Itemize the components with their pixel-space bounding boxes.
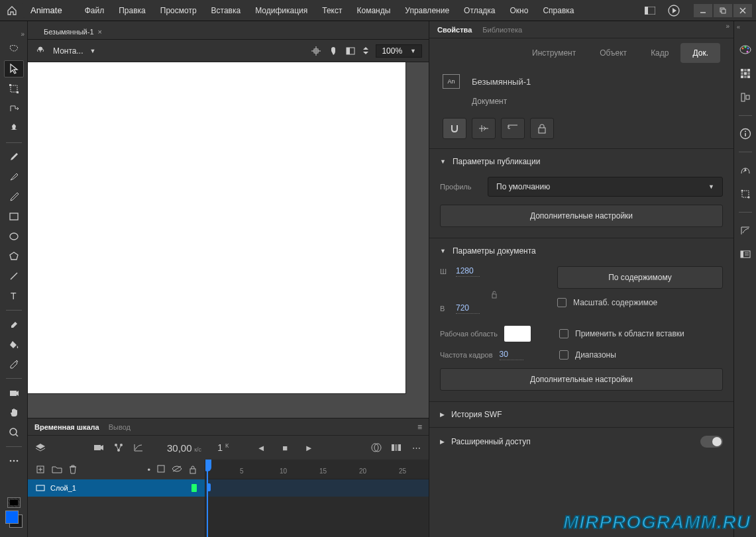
visibility-icon[interactable] <box>172 465 182 475</box>
history-panel-icon[interactable] <box>738 223 753 238</box>
tool-polygon[interactable] <box>4 248 24 265</box>
frame-display[interactable]: 1К <box>217 442 229 453</box>
fill-swatch-front[interactable] <box>5 511 19 524</box>
menu-file[interactable]: Файл <box>78 2 111 19</box>
tool-pin[interactable] <box>4 120 24 137</box>
tool-eyedropper[interactable] <box>4 356 24 373</box>
menu-modify[interactable]: Модификация <box>248 2 314 19</box>
tool-ellipse[interactable] <box>4 228 24 245</box>
stage-color-swatch[interactable] <box>504 326 531 342</box>
panel-menu-icon[interactable]: ≡ <box>417 422 422 432</box>
play-icon[interactable] <box>665 3 683 19</box>
tool-zoom[interactable] <box>4 424 24 441</box>
rotate-stage-icon[interactable] <box>328 46 339 56</box>
subtab-frame[interactable]: Кадр <box>639 43 680 63</box>
align-panel-icon[interactable] <box>738 90 753 105</box>
swatches-panel-icon[interactable] <box>738 66 753 81</box>
minimize-button[interactable] <box>694 4 712 17</box>
document-tab[interactable]: Безымянный-1 × <box>37 24 109 39</box>
close-icon[interactable]: × <box>98 28 102 36</box>
menu-help[interactable]: Справка <box>536 2 580 19</box>
workspace-icon[interactable] <box>641 3 659 19</box>
accessibility-toggle[interactable] <box>700 436 723 448</box>
transform-panel-icon[interactable] <box>738 187 753 201</box>
timeline-frames[interactable]: 5 10 15 20 25 <box>205 460 429 537</box>
subtab-doc[interactable]: Док. <box>680 43 720 63</box>
section-header[interactable]: ▼ Параметры публикации <box>429 149 733 174</box>
scene-dropdown[interactable]: Монта... <box>53 46 83 56</box>
menu-control[interactable]: Управление <box>398 2 456 19</box>
tool-rectangle[interactable] <box>4 208 24 225</box>
menu-view[interactable]: Просмотр <box>154 2 203 19</box>
info-panel-icon[interactable] <box>738 126 753 141</box>
ruler-button[interactable] <box>501 118 525 139</box>
add-layer-icon[interactable] <box>36 465 45 474</box>
delete-layer-icon[interactable] <box>69 465 77 474</box>
add-folder-icon[interactable] <box>52 465 62 473</box>
link-dims-icon[interactable] <box>445 291 544 298</box>
ranges-checkbox[interactable] <box>559 350 568 360</box>
guides-button[interactable] <box>472 118 496 139</box>
onion-skin-icon[interactable] <box>370 442 382 454</box>
tool-selection[interactable] <box>4 60 24 77</box>
section-header[interactable]: ▼ Параметры документа <box>429 238 733 264</box>
character-panel-icon[interactable] <box>738 163 753 177</box>
lock-icon[interactable] <box>189 465 197 475</box>
clip-stage-icon[interactable] <box>345 46 356 56</box>
subtab-object[interactable]: Объект <box>588 43 639 63</box>
stop-icon[interactable]: ■ <box>279 442 291 454</box>
tab-library[interactable]: Библиотека <box>482 26 522 34</box>
doc-settings-button[interactable]: Дополнительные настройки <box>440 368 723 391</box>
tool-text[interactable]: T <box>4 287 24 305</box>
tool-hand[interactable] <box>4 404 24 421</box>
tool-lasso[interactable] <box>4 100 24 117</box>
tool-eraser[interactable] <box>4 316 24 333</box>
menu-edit[interactable]: Правка <box>112 2 152 19</box>
tool-paint-brush[interactable] <box>4 168 24 185</box>
apply-paste-checkbox[interactable] <box>559 329 568 338</box>
home-icon[interactable] <box>4 3 20 19</box>
layer-row[interactable]: Слой_1 <box>28 479 205 497</box>
menu-text[interactable]: Текст <box>315 2 349 19</box>
tab-properties[interactable]: Свойства <box>437 26 472 34</box>
timeline-track[interactable] <box>205 479 429 497</box>
color-panel-icon[interactable] <box>738 42 753 57</box>
close-button[interactable] <box>733 4 752 17</box>
scene-icon[interactable] <box>34 46 46 56</box>
fit-stage-icon[interactable] <box>362 47 369 54</box>
layers-icon[interactable] <box>34 442 46 454</box>
menu-insert[interactable]: Вставка <box>205 2 248 19</box>
stroke-swatch[interactable] <box>7 497 21 508</box>
tool-lasso-free[interactable] <box>4 40 24 58</box>
stage-area[interactable] <box>28 62 429 418</box>
expand-icon[interactable]: » <box>726 23 729 30</box>
frame-span-icon[interactable] <box>390 442 402 454</box>
prev-frame-icon[interactable]: ◄ <box>255 442 267 454</box>
tool-more[interactable] <box>4 452 24 469</box>
outline-icon[interactable] <box>157 465 165 475</box>
menu-window[interactable]: Окно <box>504 2 535 19</box>
tool-line[interactable] <box>4 268 24 285</box>
canvas[interactable] <box>28 62 405 393</box>
expand-icon[interactable]: « <box>734 24 740 30</box>
tool-paint-bucket[interactable] <box>4 336 24 353</box>
timeline-menu-icon[interactable]: ⋯ <box>410 442 422 454</box>
fps-display[interactable]: 30,00 к/с <box>167 442 201 454</box>
graph-icon[interactable] <box>133 442 144 454</box>
menu-debug[interactable]: Отладка <box>457 2 502 19</box>
chevron-down-icon[interactable]: ▼ <box>89 48 95 54</box>
snap-button[interactable] <box>443 118 466 139</box>
playhead[interactable] <box>207 460 208 537</box>
tab-output[interactable]: Вывод <box>109 423 131 431</box>
tool-camera[interactable] <box>4 384 24 401</box>
menu-commands[interactable]: Команды <box>351 2 398 19</box>
section-header[interactable]: ▶ История SWF <box>429 402 733 427</box>
tool-pen[interactable] <box>4 188 24 205</box>
fps-input[interactable]: 30 <box>500 350 523 360</box>
section-header[interactable]: ▶ Расширенный доступ <box>429 428 733 456</box>
expand-icon[interactable]: » <box>21 30 27 38</box>
camera-icon[interactable] <box>93 442 105 454</box>
tool-brush[interactable] <box>4 148 24 166</box>
subtab-tool[interactable]: Инструмент <box>520 43 588 63</box>
publish-settings-button[interactable]: Дополнительные настройки <box>440 205 723 227</box>
